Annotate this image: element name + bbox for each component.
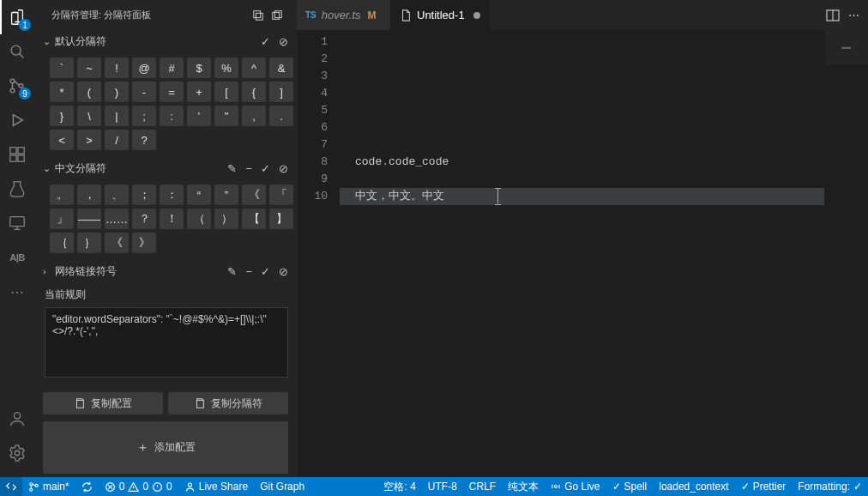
symbol-cell[interactable]: ；: [132, 184, 156, 205]
edit-icon[interactable]: ✎: [227, 162, 237, 175]
symbol-cell[interactable]: ,: [242, 106, 266, 126]
symbol-cell[interactable]: &: [269, 57, 293, 78]
code-area[interactable]: code.code_code中文，中文。中文: [340, 30, 868, 477]
activity-scm[interactable]: 9: [0, 69, 34, 103]
status-language[interactable]: 纯文本: [502, 477, 545, 496]
activity-account[interactable]: [0, 402, 34, 436]
status-eol[interactable]: CRLF: [463, 477, 502, 496]
status-spell[interactable]: ✓Spell: [606, 477, 654, 496]
symbol-cell[interactable]: }: [50, 106, 74, 126]
symbol-cell[interactable]: ，: [77, 184, 101, 205]
remote-indicator[interactable]: [0, 477, 22, 496]
symbol-cell[interactable]: =: [160, 82, 184, 102]
symbol-cell[interactable]: ': [187, 106, 211, 126]
split-editor-icon[interactable]: [826, 9, 840, 22]
symbol-cell[interactable]: ”: [214, 184, 238, 205]
activity-debug[interactable]: [0, 103, 34, 137]
status-encoding[interactable]: UTF-8: [422, 477, 463, 496]
status-gitgraph[interactable]: Git Graph: [254, 477, 310, 496]
symbol-cell[interactable]: 「: [269, 184, 293, 205]
disable-icon[interactable]: ⊘: [279, 265, 288, 278]
symbol-cell[interactable]: !: [105, 57, 129, 78]
symbol-cell[interactable]: 、: [105, 184, 129, 205]
activity-settings[interactable]: [0, 436, 34, 470]
symbol-cell[interactable]: 。: [50, 184, 74, 205]
activity-remote[interactable]: [0, 206, 34, 240]
new-window-icon[interactable]: [271, 9, 283, 21]
status-golive[interactable]: Go Live: [545, 477, 606, 496]
check-all-icon[interactable]: ✓: [261, 265, 270, 278]
activity-testing[interactable]: [0, 172, 34, 206]
symbol-cell[interactable]: %: [214, 57, 238, 78]
symbol-cell[interactable]: ^: [242, 57, 266, 78]
symbol-cell[interactable]: ｝: [77, 233, 101, 253]
section-default-head[interactable]: ⌄ 默认分隔符 ✓ ⊘: [34, 30, 297, 52]
activity-ab[interactable]: A|B: [0, 240, 34, 275]
symbol-cell[interactable]: ｛: [50, 233, 74, 253]
collapse-all-icon[interactable]: [252, 9, 264, 21]
status-sync[interactable]: [75, 477, 99, 496]
symbol-cell[interactable]: >: [77, 130, 101, 150]
status-context[interactable]: loaded_context: [653, 477, 734, 496]
symbol-cell[interactable]: ！: [160, 209, 184, 229]
symbol-cell[interactable]: （: [187, 209, 211, 229]
tab-hover-ts[interactable]: TS hover.ts M: [297, 0, 391, 30]
symbol-cell[interactable]: `: [50, 57, 74, 78]
symbol-cell[interactable]: $: [187, 57, 211, 78]
more-actions-icon[interactable]: ⋯: [848, 9, 859, 21]
copy-separator-button[interactable]: 复制分隔符: [168, 392, 288, 414]
status-liveshare[interactable]: Live Share: [178, 477, 254, 496]
symbol-cell[interactable]: ?: [132, 130, 156, 150]
copy-config-button[interactable]: 复制配置: [43, 392, 163, 414]
symbol-cell[interactable]: 【: [242, 209, 266, 229]
symbol-cell[interactable]: :: [160, 106, 184, 126]
activity-explorer[interactable]: 1: [0, 0, 34, 34]
symbol-cell[interactable]: ——: [77, 209, 101, 229]
symbol-cell[interactable]: 《: [105, 233, 129, 253]
symbol-cell[interactable]: ~: [77, 57, 101, 78]
remove-icon[interactable]: −: [245, 162, 252, 175]
symbol-cell[interactable]: [: [214, 82, 238, 102]
activity-more[interactable]: ⋯: [0, 275, 34, 309]
status-formatting[interactable]: Formatting: ✓: [792, 477, 868, 496]
activity-extensions[interactable]: [0, 137, 34, 172]
symbol-cell[interactable]: <: [50, 130, 74, 150]
symbol-cell[interactable]: 《: [242, 184, 266, 205]
symbol-cell[interactable]: .: [269, 106, 293, 126]
symbol-cell[interactable]: /: [105, 130, 129, 150]
symbol-cell[interactable]: ……: [105, 209, 129, 229]
symbol-cell[interactable]: -: [132, 82, 156, 102]
symbol-cell[interactable]: ？: [132, 209, 156, 229]
section-netlink-head[interactable]: › 网络链接符号 ✎ − ✓ ⊘: [34, 260, 297, 282]
status-prettier[interactable]: ✓Prettier: [735, 477, 793, 496]
check-all-icon[interactable]: ✓: [261, 162, 270, 175]
symbol-cell[interactable]: ）: [214, 209, 238, 229]
section-chinese-head[interactable]: ⌄ 中文分隔符 ✎ − ✓ ⊘: [34, 157, 297, 179]
symbol-cell[interactable]: |: [105, 106, 129, 126]
symbol-cell[interactable]: +: [187, 82, 211, 102]
symbol-cell[interactable]: {: [242, 82, 266, 102]
edit-icon[interactable]: ✎: [227, 265, 237, 278]
symbol-cell[interactable]: ：: [160, 184, 184, 205]
minimap[interactable]: ▬▬: [825, 30, 868, 64]
status-errors[interactable]: 0 0 0: [99, 477, 178, 496]
rules-textarea[interactable]: [45, 307, 288, 378]
tab-untitled[interactable]: Untitled-1: [391, 0, 490, 30]
symbol-cell[interactable]: \: [77, 106, 101, 126]
symbol-cell[interactable]: ]: [269, 82, 293, 102]
symbol-cell[interactable]: ): [105, 82, 129, 102]
symbol-cell[interactable]: 】: [269, 209, 293, 229]
symbol-cell[interactable]: 》: [132, 233, 156, 253]
symbol-cell[interactable]: *: [50, 82, 74, 102]
symbol-cell[interactable]: (: [77, 82, 101, 102]
remove-icon[interactable]: −: [245, 265, 252, 278]
symbol-cell[interactable]: “: [187, 184, 211, 205]
status-branch[interactable]: main*: [22, 477, 75, 496]
check-all-icon[interactable]: ✓: [261, 35, 270, 48]
symbol-cell[interactable]: 」: [50, 209, 74, 229]
status-indent[interactable]: 空格: 4: [377, 477, 421, 496]
symbol-cell[interactable]: @: [132, 57, 156, 78]
add-config-button[interactable]: ＋ 添加配置: [43, 421, 288, 474]
symbol-cell[interactable]: ": [214, 106, 238, 126]
disable-icon[interactable]: ⊘: [279, 162, 288, 175]
